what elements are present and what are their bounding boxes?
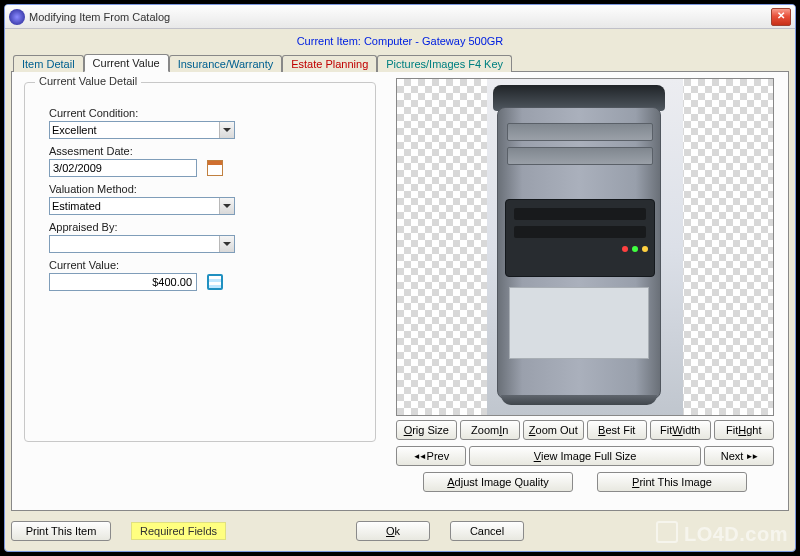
window-title: Modifying Item From Catalog — [29, 11, 771, 23]
bottom-action-bar: Print This Item Required Fields Ok Cance… — [11, 519, 789, 543]
btn-orig-size[interactable]: Orig Size — [396, 420, 457, 440]
calculator-icon[interactable] — [207, 274, 223, 290]
btn-next-image[interactable]: Next — [704, 446, 774, 466]
chevron-down-icon — [219, 236, 234, 252]
btn-ok[interactable]: Ok — [356, 521, 430, 541]
tab-item-detail[interactable]: Item Detail — [13, 55, 84, 72]
current-value-groupbox: Current Value Detail Current Condition: … — [24, 82, 376, 442]
image-preview-panel[interactable] — [396, 78, 774, 416]
current-item-banner: Current Item: Computer - Gateway 500GR — [5, 29, 795, 49]
label-current-value: Current Value: — [49, 259, 355, 271]
tab-pictures-images[interactable]: Pictures/Images F4 Key — [377, 55, 512, 72]
item-photo — [487, 79, 683, 415]
combo-condition[interactable]: Excellent — [49, 121, 235, 139]
groupbox-title: Current Value Detail — [35, 75, 141, 87]
form-column: Current Value Detail Current Condition: … — [12, 72, 388, 510]
btn-print-this-item[interactable]: Print This Item — [11, 521, 111, 541]
btn-cancel[interactable]: Cancel — [450, 521, 524, 541]
combo-appraised-by[interactable] — [49, 235, 235, 253]
app-icon — [9, 9, 25, 25]
tabstrip: Item Detail Current Value Insurance/Warr… — [11, 51, 789, 71]
btn-best-fit[interactable]: Best Fit — [587, 420, 648, 440]
required-fields-badge: Required Fields — [131, 522, 226, 540]
label-assessment-date: Assesment Date: — [49, 145, 355, 157]
combo-valuation-method[interactable]: Estimated — [49, 197, 235, 215]
btn-zoom-out[interactable]: Zoom Out — [523, 420, 584, 440]
input-assessment-date[interactable]: 3/02/2009 — [49, 159, 197, 177]
label-valuation-method: Valuation Method: — [49, 183, 355, 195]
image-column: Orig Size Zoom In Zoom Out Best Fit Fit … — [388, 72, 788, 510]
tab-current-value[interactable]: Current Value — [84, 54, 169, 72]
input-assessment-date-value: 3/02/2009 — [53, 162, 102, 174]
input-current-value[interactable]: $400.00 — [49, 273, 197, 291]
btn-fit-height[interactable]: Fit Hght — [714, 420, 775, 440]
label-condition: Current Condition: — [49, 107, 355, 119]
btn-adjust-quality[interactable]: Adjust Image Quality — [423, 472, 573, 492]
window-frame: Modifying Item From Catalog ✕ Current It… — [4, 4, 796, 552]
chevron-down-icon — [219, 122, 234, 138]
btn-fit-width[interactable]: Fit Width — [650, 420, 711, 440]
btn-zoom-in[interactable]: Zoom In — [460, 420, 521, 440]
calendar-icon[interactable] — [207, 160, 223, 176]
combo-condition-value: Excellent — [52, 124, 97, 136]
tab-panel: Current Value Detail Current Condition: … — [11, 71, 789, 511]
image-toolbar: Orig Size Zoom In Zoom Out Best Fit Fit … — [396, 420, 774, 495]
label-appraised-by: Appraised By: — [49, 221, 355, 233]
combo-valuation-value: Estimated — [52, 200, 101, 212]
tab-estate-planning[interactable]: Estate Planning — [282, 55, 377, 72]
input-current-value-value: $400.00 — [152, 276, 192, 288]
close-button[interactable]: ✕ — [771, 8, 791, 26]
btn-prev-image[interactable]: Prev — [396, 446, 466, 466]
btn-view-full-size[interactable]: View Image Full Size — [469, 446, 701, 466]
btn-print-image[interactable]: Print This Image — [597, 472, 747, 492]
tab-insurance-warranty[interactable]: Insurance/Warranty — [169, 55, 283, 72]
chevron-down-icon — [219, 198, 234, 214]
titlebar: Modifying Item From Catalog ✕ — [5, 5, 795, 29]
